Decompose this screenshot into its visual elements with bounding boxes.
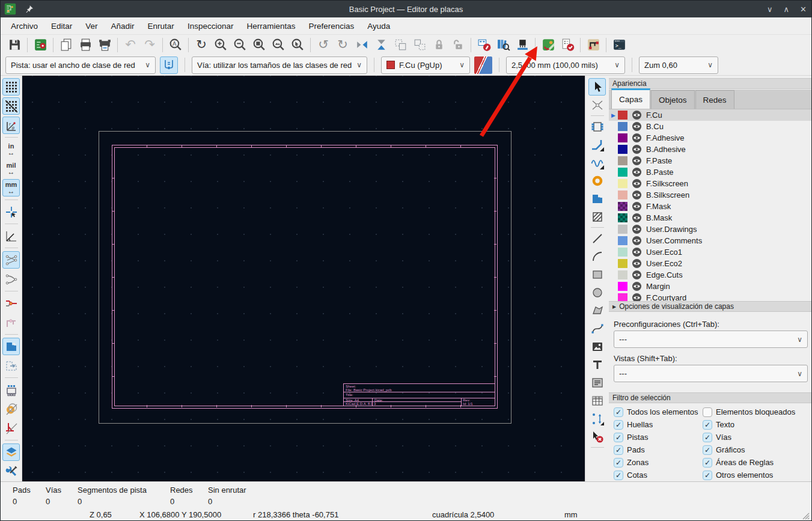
drc-button[interactable] xyxy=(558,36,576,53)
menu-ver[interactable]: Ver xyxy=(79,19,104,33)
layer-visibility-eye-icon[interactable] xyxy=(632,281,642,291)
add-rule-area-button[interactable] xyxy=(588,208,606,225)
net-color-mode-button[interactable] xyxy=(2,314,20,331)
add-via-button[interactable] xyxy=(588,172,606,189)
add-table-button[interactable] xyxy=(588,392,606,409)
edit-footprints-button[interactable] xyxy=(475,36,493,53)
route-tracks-button[interactable] xyxy=(588,136,606,153)
menu-inspeccionar[interactable]: Inspeccionar xyxy=(181,19,240,33)
high-contrast-mode-button[interactable] xyxy=(2,443,20,461)
checkbox[interactable]: ✓ xyxy=(703,445,712,455)
scripting-console-button[interactable]: >_ xyxy=(610,36,628,53)
zoom-out-button[interactable] xyxy=(231,36,249,53)
filter-pads[interactable]: ✓Pads xyxy=(614,445,703,455)
views-select[interactable]: --- xyxy=(614,365,808,382)
layer-color-swatch[interactable] xyxy=(618,133,627,142)
free-angle-mode-button[interactable] xyxy=(2,227,20,245)
add-footprint-button[interactable] xyxy=(588,118,606,135)
cursor-shape-button[interactable] xyxy=(2,203,20,221)
highlight-nets-button[interactable] xyxy=(2,294,20,312)
rotate-cw-button[interactable] xyxy=(334,36,352,53)
layer-color-swatch[interactable] xyxy=(618,122,627,131)
zone-fill-display-button[interactable] xyxy=(2,338,20,355)
filter-vias[interactable]: ✓Vías xyxy=(703,433,809,442)
resize-grip[interactable] xyxy=(801,511,810,520)
layer-row-bmask[interactable]: B.Mask xyxy=(609,212,812,224)
delete-tool-button[interactable] xyxy=(588,428,606,445)
layer-row-badhesive[interactable]: B.Adhesive xyxy=(609,144,812,155)
layer-visibility-eye-icon[interactable] xyxy=(632,293,642,301)
select-tool-button[interactable] xyxy=(588,78,606,96)
window-shade-icon[interactable] xyxy=(767,5,773,14)
draw-bezier-button[interactable] xyxy=(588,320,606,337)
layer-color-swatch[interactable] xyxy=(618,190,627,200)
layer-row-fmask[interactable]: F.Mask xyxy=(609,201,812,212)
checkbox[interactable]: ✓ xyxy=(614,420,623,430)
print-button[interactable] xyxy=(76,36,94,53)
board-canvas[interactable]: Sheet: File: Basic Project.kicad_pcb Tit… xyxy=(22,76,585,481)
layer-row-userdrawings[interactable]: User.Drawings xyxy=(609,224,812,235)
filter-cotas[interactable]: ✓Cotas xyxy=(614,471,703,480)
layer-row-bcu[interactable]: B.Cu xyxy=(609,121,812,132)
layer-row-bsilkscreen[interactable]: B.Silkscreen xyxy=(609,189,812,201)
layer-row-fcourtyard[interactable]: F.Courtyard xyxy=(609,292,812,301)
unlock-button[interactable] xyxy=(449,36,467,53)
menu-preferencias[interactable]: Preferencias xyxy=(302,19,361,33)
layer-row-usereco1[interactable]: User.Eco1 xyxy=(609,246,812,258)
checkbox[interactable]: ✓ xyxy=(703,458,712,468)
layer-visibility-eye-icon[interactable] xyxy=(632,190,642,200)
layer-visibility-eye-icon[interactable] xyxy=(632,167,642,177)
group-button[interactable] xyxy=(391,36,409,53)
presets-select[interactable]: --- xyxy=(614,331,808,348)
checkbox[interactable]: ✓ xyxy=(703,433,712,442)
flip-horizontal-button[interactable] xyxy=(353,36,371,53)
layer-color-swatch[interactable] xyxy=(618,270,627,279)
filter-zonas[interactable]: ✓Zonas xyxy=(614,458,703,468)
filter-otros[interactable]: ✓Otros elementos xyxy=(703,471,809,480)
add-textbox-button[interactable] xyxy=(588,374,606,391)
layer-row-edgecuts[interactable]: Edge.Cuts xyxy=(609,269,812,281)
menu-anadir[interactable]: Añadir xyxy=(105,19,141,33)
tab-objetos[interactable]: Objetos xyxy=(651,90,695,109)
redo-button[interactable] xyxy=(141,36,159,53)
sketch-tracks-button[interactable] xyxy=(2,419,20,437)
layer-visibility-eye-icon[interactable] xyxy=(632,224,642,234)
plot-button[interactable] xyxy=(96,36,114,53)
update-pcb-from-schematic-button[interactable] xyxy=(513,36,531,53)
layer-color-swatch[interactable] xyxy=(618,248,627,257)
auto-track-width-toggle[interactable] xyxy=(160,56,178,74)
add-dimension-button[interactable] xyxy=(588,410,606,427)
flip-vertical-button[interactable] xyxy=(372,36,390,53)
units-mm-button[interactable]: mm xyxy=(2,179,20,197)
zoom-fit-page-button[interactable] xyxy=(250,36,268,53)
layer-row-usercomments[interactable]: User.Comments xyxy=(609,235,812,246)
board-setup-button[interactable] xyxy=(31,36,49,53)
grid-overrides-button[interactable] xyxy=(2,97,20,115)
filter-pistas[interactable]: ✓Pistas xyxy=(614,433,703,442)
layer-visibility-eye-icon[interactable] xyxy=(632,178,642,189)
add-image-button[interactable] xyxy=(588,338,606,355)
checkbox[interactable]: ✓ xyxy=(614,471,623,480)
units-mils-button[interactable]: mil xyxy=(2,160,20,177)
polar-coordinates-button[interactable]: rθ xyxy=(2,117,20,134)
layer-row-fsilkscreen[interactable]: F.Silkscreen xyxy=(609,178,812,189)
layer-visibility-eye-icon[interactable] xyxy=(632,133,642,143)
layer-pair-toggle[interactable] xyxy=(474,56,492,74)
local-ratsnest-button[interactable] xyxy=(588,96,606,114)
checkbox[interactable]: ✓ xyxy=(703,471,712,480)
layer-color-swatch[interactable] xyxy=(618,179,627,188)
filter-texto[interactable]: ✓Texto xyxy=(703,420,809,430)
layer-visibility-eye-icon[interactable] xyxy=(632,258,642,269)
layer-color-swatch[interactable] xyxy=(618,111,627,120)
curved-ratsnest-button[interactable] xyxy=(2,270,20,288)
layer-color-swatch[interactable] xyxy=(618,145,627,154)
layer-visibility-eye-icon[interactable] xyxy=(632,121,642,132)
page-settings-button[interactable] xyxy=(57,36,75,53)
grid-visibility-button[interactable] xyxy=(2,78,20,96)
layer-visibility-eye-icon[interactable] xyxy=(632,144,642,154)
draw-circle-button[interactable] xyxy=(588,284,606,301)
layer-visibility-eye-icon[interactable] xyxy=(632,201,642,212)
layer-color-swatch[interactable] xyxy=(618,225,627,234)
checkbox[interactable]: ✓ xyxy=(614,445,623,455)
layer-color-swatch[interactable] xyxy=(618,202,627,211)
